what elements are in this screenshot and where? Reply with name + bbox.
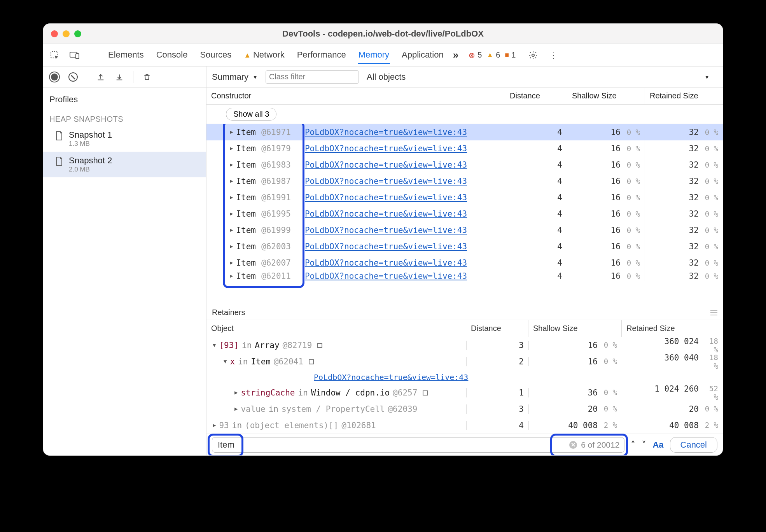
table-row[interactable]: ▶Item@61987PoLdbOX?nocache=true&view=liv…: [206, 173, 723, 189]
expand-icon[interactable]: ▶: [234, 389, 238, 396]
table-row[interactable]: ▶Item@61971PoLdbOX?nocache=true&view=liv…: [206, 124, 723, 140]
expand-icon[interactable]: ▶: [230, 178, 233, 184]
retainers-col-retained[interactable]: Retained Size: [622, 320, 723, 337]
view-select[interactable]: Summary ▼: [212, 72, 258, 82]
table-row[interactable]: ▶Item@61979PoLdbOX?nocache=true&view=liv…: [206, 140, 723, 157]
object-link-icon[interactable]: [317, 343, 322, 348]
constructor-name: Item: [236, 209, 256, 219]
clear-search-icon[interactable]: ✕: [569, 441, 577, 449]
inspect-icon[interactable]: [48, 49, 61, 62]
source-link[interactable]: PoLdbOX?nocache=true&view=live:43: [305, 209, 467, 219]
prev-match-icon[interactable]: ˄: [631, 439, 635, 450]
retained-value: 40 008: [669, 421, 699, 430]
tab-application[interactable]: Application: [401, 46, 444, 64]
search-input[interactable]: [217, 439, 565, 450]
retainers-label: Retainers: [212, 308, 245, 317]
retained-value: 20: [689, 404, 699, 414]
table-row[interactable]: ▶Item@61983PoLdbOX?nocache=true&view=liv…: [206, 157, 723, 173]
device-toggle-icon[interactable]: [68, 49, 81, 62]
keyword-in: in: [242, 341, 252, 350]
shallow-value: 16: [611, 209, 621, 219]
cancel-button[interactable]: Cancel: [670, 437, 717, 453]
class-filter-input[interactable]: [266, 70, 359, 84]
load-icon[interactable]: [94, 70, 107, 84]
shallow-value: 40 008: [568, 421, 598, 430]
expand-icon[interactable]: ▼: [213, 342, 216, 348]
col-shallow[interactable]: Shallow Size: [567, 88, 645, 104]
snapshot-file-icon: [55, 156, 64, 168]
tab-elements[interactable]: Elements: [107, 46, 145, 64]
expand-icon[interactable]: ▶: [230, 194, 233, 200]
delete-icon[interactable]: [140, 70, 154, 84]
retainers-col-distance[interactable]: Distance: [466, 320, 528, 337]
table-row[interactable]: ▶Item@61995PoLdbOX?nocache=true&view=liv…: [206, 206, 723, 222]
expand-icon[interactable]: ▶: [230, 145, 233, 151]
retainer-row[interactable]: ▶valueinsystem / PropertyCell@620393200 …: [206, 401, 723, 417]
snapshot-title: Snapshot 1: [69, 130, 112, 140]
retained-value: 32: [689, 271, 699, 281]
snapshot-item[interactable]: Snapshot 11.3 MB: [43, 126, 206, 152]
col-distance[interactable]: Distance: [505, 88, 567, 104]
source-link[interactable]: PoLdbOX?nocache=true&view=live:43: [305, 271, 467, 281]
retainers-rows: ▼[93]inArray@827193160 %360 02418 %▼xinI…: [206, 337, 723, 434]
expand-icon[interactable]: ▶: [230, 243, 233, 249]
expand-icon[interactable]: ▶: [230, 273, 233, 279]
expand-icon[interactable]: ▶: [213, 422, 216, 428]
match-case-toggle[interactable]: Aa: [652, 440, 663, 450]
table-row[interactable]: ▶Item@61999PoLdbOX?nocache=true&view=liv…: [206, 222, 723, 238]
kebab-menu-icon[interactable]: ⋮: [547, 49, 560, 62]
source-link[interactable]: PoLdbOX?nocache=true&view=live:43: [305, 128, 467, 137]
expand-icon[interactable]: ▼: [224, 358, 227, 364]
source-link[interactable]: PoLdbOX?nocache=true&view=live:43: [305, 144, 467, 153]
table-row[interactable]: ▶Item@61991PoLdbOX?nocache=true&view=liv…: [206, 189, 723, 206]
source-link[interactable]: PoLdbOX?nocache=true&view=live:43: [305, 160, 467, 170]
table-row[interactable]: ▶Item@62011PoLdbOX?nocache=true&view=liv…: [206, 271, 723, 281]
snapshot-item[interactable]: Snapshot 22.0 MB: [43, 152, 206, 177]
col-retained[interactable]: Retained Size: [645, 88, 723, 104]
source-link[interactable]: PoLdbOX?nocache=true&view=live:43: [305, 177, 467, 186]
tab-console[interactable]: Console: [156, 46, 189, 64]
source-link[interactable]: PoLdbOX?nocache=true&view=live:43: [305, 242, 467, 251]
tab-performance[interactable]: Performance: [296, 46, 347, 64]
issues-counter[interactable]: ■ 1: [505, 51, 516, 60]
chevron-down-icon[interactable]: ▼: [704, 74, 710, 80]
settings-gear-icon[interactable]: [526, 49, 540, 62]
snapshot-rows-viewport[interactable]: ▶Item@61971PoLdbOX?nocache=true&view=liv…: [206, 124, 723, 305]
retainers-col-object[interactable]: Object: [206, 320, 466, 337]
source-link[interactable]: PoLdbOX?nocache=true&view=live:43: [305, 226, 467, 235]
expand-icon[interactable]: ▶: [230, 227, 233, 233]
retainer-row[interactable]: ▼[93]inArray@827193160 %360 02418 %: [206, 337, 723, 354]
expand-icon[interactable]: ▶: [230, 161, 233, 168]
tab-sources[interactable]: Sources: [199, 46, 232, 64]
source-link[interactable]: PoLdbOX?nocache=true&view=live:43: [305, 258, 467, 268]
retainer-row[interactable]: ▶stringCacheinWindow / cdpn.io@62571360 …: [206, 385, 723, 401]
scope-select[interactable]: All objects: [367, 72, 406, 82]
table-row[interactable]: ▶Item@62003PoLdbOX?nocache=true&view=liv…: [206, 238, 723, 255]
retainer-row[interactable]: ▶93in(object elements)[]@102681440 0082 …: [206, 417, 723, 434]
clear-icon[interactable]: [66, 70, 80, 84]
warning-counter[interactable]: ▲ 6: [486, 51, 500, 60]
object-link-icon[interactable]: [309, 359, 314, 364]
retainers-col-shallow[interactable]: Shallow Size: [528, 320, 622, 337]
distance-value: 4: [557, 144, 562, 153]
expand-icon[interactable]: ▶: [230, 259, 233, 266]
object-id: @62007: [261, 258, 291, 268]
next-match-icon[interactable]: ˅: [642, 439, 646, 450]
tab-memory[interactable]: Memory: [358, 46, 390, 64]
save-icon[interactable]: [113, 70, 126, 84]
expand-icon[interactable]: ▶: [230, 129, 233, 135]
expand-icon[interactable]: ▶: [234, 406, 238, 412]
col-constructor[interactable]: Constructor: [206, 88, 505, 104]
drag-handle-icon[interactable]: [710, 310, 717, 315]
source-link[interactable]: PoLdbOX?nocache=true&view=live:43: [314, 373, 468, 382]
object-link-icon[interactable]: [423, 390, 428, 396]
tab-network[interactable]: ▲Network: [243, 46, 285, 64]
expand-icon[interactable]: ▶: [230, 210, 233, 217]
error-counter[interactable]: ⊗ 5: [469, 51, 482, 60]
more-tabs-icon[interactable]: »: [453, 49, 458, 61]
retainer-row[interactable]: ▼xinItem@620412160 %360 04018 %: [206, 354, 723, 370]
record-icon[interactable]: [48, 70, 61, 84]
show-all-button[interactable]: Show all 3: [226, 108, 276, 121]
source-link[interactable]: PoLdbOX?nocache=true&view=live:43: [305, 193, 467, 202]
table-row[interactable]: ▶Item@62007PoLdbOX?nocache=true&view=liv…: [206, 255, 723, 271]
